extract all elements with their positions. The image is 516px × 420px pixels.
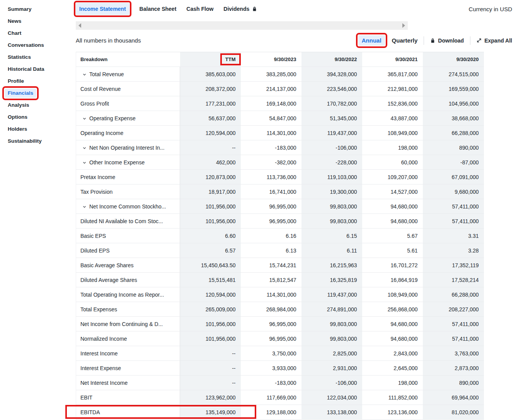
table-row-total-expenses[interactable]: Total Expenses 265,009,000 268,984,000 2…	[76, 302, 484, 317]
tab-income-statement[interactable]: Income Statement	[76, 3, 129, 15]
sidebar-item-statistics[interactable]: Statistics	[0, 51, 76, 63]
row-label-cell[interactable]: Diluted Average Shares	[76, 273, 180, 287]
row-label: EBIT	[80, 394, 92, 401]
cell-y2023: 268,984,000	[241, 302, 301, 317]
cell-y2020: 57,411,000	[423, 331, 484, 346]
tab-dividends[interactable]: Dividends	[223, 6, 257, 12]
row-label-cell[interactable]: EBITDA	[76, 405, 180, 420]
row-label: Diluted NI Available to Com Stoc...	[80, 218, 163, 224]
chevron-down-icon[interactable]	[82, 205, 87, 209]
table-row-net-interest-income[interactable]: Net Interest Income -- -183,000 -106,000…	[76, 376, 484, 390]
sidebar-item-chart[interactable]: Chart	[0, 27, 76, 39]
cell-y2022: 99,803,000	[301, 199, 362, 214]
row-label-cell[interactable]: Interest Expense	[76, 361, 180, 376]
chevron-down-icon[interactable]	[82, 146, 87, 150]
table-row-basic-average-shares[interactable]: Basic Average Shares 15,450,643.50 15,74…	[76, 258, 484, 273]
sidebar-item-sustainability[interactable]: Sustainability	[0, 135, 76, 147]
table-row-net-income-from-continuing-d[interactable]: Net Income from Continuing & D... 101,95…	[76, 317, 484, 331]
table-row-net-income-common-stockho[interactable]: Net Income Common Stockho... 101,956,000…	[76, 199, 484, 214]
row-label-cell[interactable]: Interest Income	[76, 346, 180, 361]
row-label-cell[interactable]: Net Non Operating Interest In...	[76, 140, 180, 155]
cell-y2023: 96,995,000	[241, 317, 301, 331]
cell-ttm: 120,594,000	[180, 287, 241, 302]
table-row-total-revenue[interactable]: Total Revenue 385,603,000 383,285,000 39…	[76, 67, 484, 82]
row-label-cell[interactable]: Normalized Income	[76, 331, 180, 346]
expand-all-button[interactable]: Expand All	[477, 38, 512, 44]
table-body: Total Revenue 385,603,000 383,285,000 39…	[76, 67, 484, 420]
row-label-cell[interactable]: Cost of Revenue	[76, 82, 180, 96]
sidebar-item-summary[interactable]: Summary	[0, 3, 76, 15]
table-row-diluted-ni-available-to-com-stoc[interactable]: Diluted NI Available to Com Stoc... 101,…	[76, 214, 484, 229]
sidebar-item-conversations[interactable]: Conversations	[0, 39, 76, 51]
table-row-basic-eps[interactable]: Basic EPS 6.60 6.16 6.15 5.67 3.31	[76, 229, 484, 243]
row-label-cell[interactable]: Operating Income	[76, 126, 180, 140]
expand-diagonal-icon	[477, 38, 482, 43]
scroll-left-arrow-icon[interactable]	[78, 23, 81, 28]
sidebar-item-holders[interactable]: Holders	[0, 123, 76, 135]
table-row-total-operating-income-as-repor[interactable]: Total Operating Income as Repor... 120,5…	[76, 287, 484, 302]
row-label-cell[interactable]: Tax Provision	[76, 184, 180, 199]
row-label-cell[interactable]: Diluted NI Available to Com Stoc...	[76, 214, 180, 229]
table-row-operating-income[interactable]: Operating Income 120,594,000 114,301,000…	[76, 126, 484, 140]
row-label-cell[interactable]: Total Revenue	[76, 67, 180, 82]
row-label-cell[interactable]: Net Interest Income	[76, 376, 180, 390]
row-label: Net Income from Continuing & D...	[80, 321, 163, 327]
horizontal-scrollbar[interactable]	[76, 21, 408, 30]
tab-balance-sheet[interactable]: Balance Sheet	[140, 6, 177, 12]
cell-y2023: 114,301,000	[241, 287, 301, 302]
cell-y2022: 119,437,000	[301, 126, 362, 140]
row-label-cell[interactable]: Other Income Expense	[76, 155, 180, 170]
scroll-right-arrow-icon[interactable]	[402, 23, 405, 28]
sidebar-item-news[interactable]: News	[0, 15, 76, 27]
table-row-normalized-income[interactable]: Normalized Income 101,956,000 96,995,000…	[76, 331, 484, 346]
table-row-interest-income[interactable]: Interest Income -- 3,750,000 2,825,000 2…	[76, 346, 484, 361]
table-row-other-income-expense[interactable]: Other Income Expense 462,000 -382,000 -2…	[76, 155, 484, 170]
sidebar-item-options[interactable]: Options	[0, 111, 76, 123]
row-label-cell[interactable]: Pretax Income	[76, 170, 180, 184]
table-row-diluted-average-shares[interactable]: Diluted Average Shares 15,515,481 15,812…	[76, 273, 484, 287]
download-button[interactable]: Download	[430, 38, 464, 44]
sidebar-item-profile[interactable]: Profile	[0, 75, 76, 87]
row-label-cell[interactable]: Diluted EPS	[76, 243, 180, 258]
quarterly-period-toggle[interactable]: Quarterly	[392, 37, 418, 44]
row-label-cell[interactable]: Net Income Common Stockho...	[76, 199, 180, 214]
row-label: Net Interest Income	[80, 380, 128, 386]
cell-ttm: 15,515,481	[180, 273, 241, 287]
tab-cash-flow[interactable]: Cash Flow	[186, 6, 213, 12]
cell-y2022: 16,325,819	[301, 273, 362, 287]
table-row-gross-profit[interactable]: Gross Profit 177,231,000 169,148,000 170…	[76, 96, 484, 111]
cell-y2022: -106,000	[301, 376, 362, 390]
table-row-cost-of-revenue[interactable]: Cost of Revenue 208,372,000 214,137,000 …	[76, 82, 484, 96]
cell-ttm: --	[180, 376, 241, 390]
row-label-cell[interactable]: EBIT	[76, 390, 180, 405]
table-row-ebit[interactable]: EBIT 123,962,000 117,669,000 122,034,000…	[76, 390, 484, 405]
chevron-down-icon[interactable]	[82, 116, 87, 121]
chevron-down-icon[interactable]	[82, 160, 87, 165]
row-label-cell[interactable]: Operating Expense	[76, 111, 180, 126]
row-label-cell[interactable]: Basic Average Shares	[76, 258, 180, 273]
table-row-tax-provision[interactable]: Tax Provision 18,917,000 16,741,000 19,3…	[76, 184, 484, 199]
table-row-pretax-income[interactable]: Pretax Income 120,873,000 113,736,000 11…	[76, 170, 484, 184]
table-row-ebitda[interactable]: EBITDA 135,149,000 129,188,000 133,138,0…	[76, 405, 484, 420]
sidebar-item-analysis[interactable]: Analysis	[0, 99, 76, 111]
table-row-net-non-operating-interest-in[interactable]: Net Non Operating Interest In... -- -183…	[76, 140, 484, 155]
row-label-cell[interactable]: Net Income from Continuing & D...	[76, 317, 180, 331]
annual-period-toggle[interactable]: Annual	[358, 35, 385, 46]
units-note: All numbers in thousands	[76, 37, 141, 44]
row-label-cell[interactable]: Total Expenses	[76, 302, 180, 317]
table-row-diluted-eps[interactable]: Diluted EPS 6.57 6.13 6.11 5.61 3.28	[76, 243, 484, 258]
sidebar-item-historical-data[interactable]: Historical Data	[0, 63, 76, 75]
row-label-cell[interactable]: Total Operating Income as Repor...	[76, 287, 180, 302]
chevron-down-icon[interactable]	[82, 72, 87, 77]
cell-y2021: 94,680,000	[362, 214, 423, 229]
row-label-cell[interactable]: Gross Profit	[76, 96, 180, 111]
cell-y2020: 17,528,214	[423, 273, 484, 287]
sidebar-item-financials[interactable]: Financials	[0, 87, 76, 99]
cell-y2023: 383,285,000	[241, 67, 301, 82]
table-row-operating-expense[interactable]: Operating Expense 56,637,000 54,847,000 …	[76, 111, 484, 126]
cell-y2020: 69,964,000	[423, 390, 484, 405]
cell-y2020: 890,000	[423, 376, 484, 390]
row-label-cell[interactable]: Basic EPS	[76, 229, 180, 243]
table-row-interest-expense[interactable]: Interest Expense -- 3,933,000 2,931,000 …	[76, 361, 484, 376]
cell-y2020: 57,411,000	[423, 199, 484, 214]
